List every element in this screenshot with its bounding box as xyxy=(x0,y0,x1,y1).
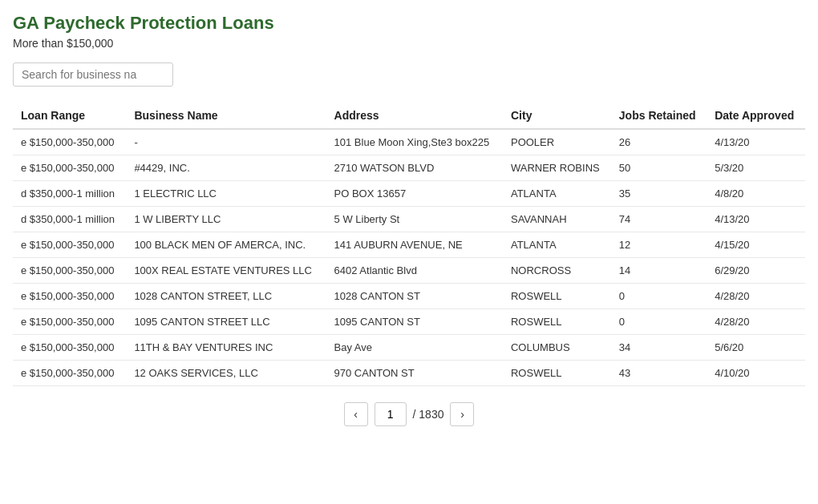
cell-business_name: 1 W LIBERTY LLC xyxy=(126,207,326,232)
col-loan-range: Loan Range xyxy=(13,103,126,129)
pagination: ‹ / 1830 › xyxy=(13,402,805,426)
cell-date_approved: 4/8/20 xyxy=(707,181,805,207)
cell-date_approved: 5/3/20 xyxy=(707,155,805,181)
cell-date_approved: 4/13/20 xyxy=(707,207,805,232)
cell-city: ROSWELL xyxy=(503,309,611,335)
table-header: Loan Range Business Name Address City Jo… xyxy=(13,103,805,129)
cell-city: POOLER xyxy=(503,129,611,155)
cell-loan_range: e $150,000-350,000 xyxy=(13,129,126,155)
cell-business_name: 100 BLACK MEN OF AMERCA, INC. xyxy=(126,232,326,258)
cell-date_approved: 4/28/20 xyxy=(707,309,805,335)
cell-date_approved: 4/13/20 xyxy=(707,129,805,155)
table-row: e $150,000-350,000#4429, INC.2710 WATSON… xyxy=(13,155,805,181)
cell-jobs_retained: 14 xyxy=(611,258,707,284)
cell-city: ATLANTA xyxy=(503,181,611,207)
data-table: Loan Range Business Name Address City Jo… xyxy=(13,103,805,386)
cell-loan_range: e $150,000-350,000 xyxy=(13,284,126,309)
cell-date_approved: 4/10/20 xyxy=(707,361,805,386)
cell-loan_range: d $350,000-1 million xyxy=(13,207,126,232)
cell-loan_range: e $150,000-350,000 xyxy=(13,232,126,258)
table-row: d $350,000-1 million1 W LIBERTY LLC5 W L… xyxy=(13,207,805,232)
cell-city: WARNER ROBINS xyxy=(503,155,611,181)
col-city: City xyxy=(503,103,611,129)
col-business-name: Business Name xyxy=(126,103,326,129)
table-row: e $150,000-350,000100 BLACK MEN OF AMERC… xyxy=(13,232,805,258)
page-number-input[interactable] xyxy=(375,402,407,426)
col-jobs-retained: Jobs Retained xyxy=(611,103,707,129)
table-body: e $150,000-350,000-101 Blue Moon Xing,St… xyxy=(13,129,805,386)
table-row: e $150,000-350,0001095 CANTON STREET LLC… xyxy=(13,309,805,335)
cell-date_approved: 6/29/20 xyxy=(707,258,805,284)
cell-address: 2710 WATSON BLVD xyxy=(326,155,503,181)
cell-jobs_retained: 50 xyxy=(611,155,707,181)
cell-loan_range: e $150,000-350,000 xyxy=(13,258,126,284)
cell-jobs_retained: 35 xyxy=(611,181,707,207)
cell-address: 1095 CANTON ST xyxy=(326,309,503,335)
table-row: e $150,000-350,000100X REAL ESTATE VENTU… xyxy=(13,258,805,284)
cell-jobs_retained: 12 xyxy=(611,232,707,258)
cell-address: 1028 CANTON ST xyxy=(326,284,503,309)
col-date-approved: Date Approved xyxy=(707,103,805,129)
cell-jobs_retained: 0 xyxy=(611,284,707,309)
cell-jobs_retained: 34 xyxy=(611,335,707,361)
cell-city: ROSWELL xyxy=(503,361,611,386)
cell-loan_range: e $150,000-350,000 xyxy=(13,361,126,386)
table-row: d $350,000-1 million1 ELECTRIC LLCPO BOX… xyxy=(13,181,805,207)
table-row: e $150,000-350,0001028 CANTON STREET, LL… xyxy=(13,284,805,309)
cell-address: 5 W Liberty St xyxy=(326,207,503,232)
prev-page-button[interactable]: ‹ xyxy=(344,402,368,426)
cell-address: 6402 Atlantic Blvd xyxy=(326,258,503,284)
cell-date_approved: 4/28/20 xyxy=(707,284,805,309)
cell-address: 141 AUBURN AVENUE, NE xyxy=(326,232,503,258)
cell-loan_range: d $350,000-1 million xyxy=(13,181,126,207)
cell-address: Bay Ave xyxy=(326,335,503,361)
cell-business_name: 1028 CANTON STREET, LLC xyxy=(126,284,326,309)
search-input[interactable] xyxy=(13,62,173,87)
cell-city: COLUMBUS xyxy=(503,335,611,361)
col-address: Address xyxy=(326,103,503,129)
cell-business_name: 12 OAKS SERVICES, LLC xyxy=(126,361,326,386)
cell-city: ROSWELL xyxy=(503,284,611,309)
cell-business_name: 100X REAL ESTATE VENTURES LLC xyxy=(126,258,326,284)
cell-jobs_retained: 26 xyxy=(611,129,707,155)
table-row: e $150,000-350,00011TH & BAY VENTURES IN… xyxy=(13,335,805,361)
cell-business_name: #4429, INC. xyxy=(126,155,326,181)
cell-jobs_retained: 0 xyxy=(611,309,707,335)
table-row: e $150,000-350,000-101 Blue Moon Xing,St… xyxy=(13,129,805,155)
cell-loan_range: e $150,000-350,000 xyxy=(13,309,126,335)
next-page-button[interactable]: › xyxy=(450,402,474,426)
cell-address: 970 CANTON ST xyxy=(326,361,503,386)
cell-loan_range: e $150,000-350,000 xyxy=(13,335,126,361)
cell-jobs_retained: 74 xyxy=(611,207,707,232)
cell-jobs_retained: 43 xyxy=(611,361,707,386)
cell-business_name: - xyxy=(126,129,326,155)
cell-address: PO BOX 13657 xyxy=(326,181,503,207)
cell-date_approved: 5/6/20 xyxy=(707,335,805,361)
page-subtitle: More than $150,000 xyxy=(13,37,805,50)
cell-city: SAVANNAH xyxy=(503,207,611,232)
cell-city: NORCROSS xyxy=(503,258,611,284)
cell-address: 101 Blue Moon Xing,Ste3 box225 xyxy=(326,129,503,155)
cell-business_name: 11TH & BAY VENTURES INC xyxy=(126,335,326,361)
cell-date_approved: 4/15/20 xyxy=(707,232,805,258)
cell-loan_range: e $150,000-350,000 xyxy=(13,155,126,181)
total-pages: / 1830 xyxy=(413,408,444,421)
table-row: e $150,000-350,00012 OAKS SERVICES, LLC9… xyxy=(13,361,805,386)
page-title: GA Paycheck Protection Loans xyxy=(13,13,805,34)
cell-business_name: 1095 CANTON STREET LLC xyxy=(126,309,326,335)
cell-city: ATLANTA xyxy=(503,232,611,258)
cell-business_name: 1 ELECTRIC LLC xyxy=(126,181,326,207)
